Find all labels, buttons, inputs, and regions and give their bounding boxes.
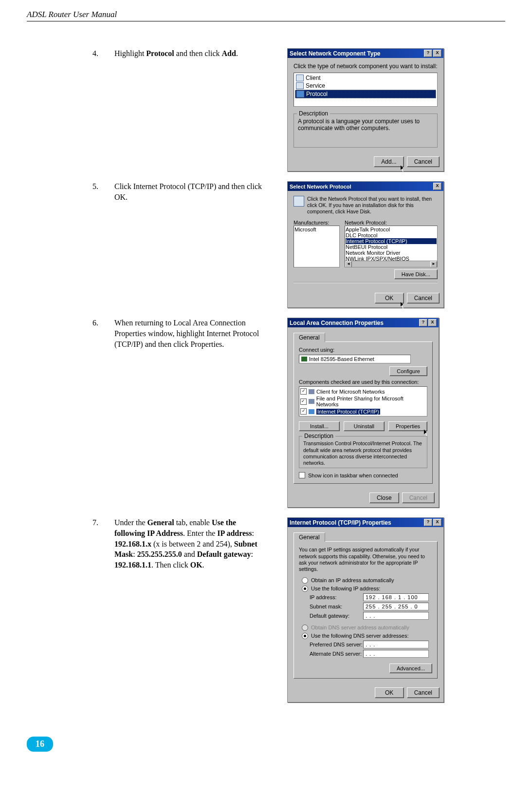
connect-using-label: Connect using: bbox=[299, 347, 427, 353]
close-icon[interactable]: X bbox=[433, 50, 441, 57]
dlg1-prompt: Click the type of network component you … bbox=[294, 63, 438, 70]
t: (x is between 2 and 254), bbox=[151, 540, 234, 548]
default-gateway-input[interactable]: . . . bbox=[363, 612, 429, 620]
checkbox-icon[interactable]: ✓ bbox=[300, 408, 307, 415]
radio-icon[interactable] bbox=[302, 633, 308, 639]
dlg2-titlebar[interactable]: Select Network Protocol X bbox=[288, 182, 443, 191]
client-icon bbox=[296, 75, 304, 81]
checkbox-icon[interactable]: ✓ bbox=[300, 398, 307, 405]
comp-fileprint[interactable]: ✓File and Printer Sharing for Microsoft … bbox=[300, 395, 426, 408]
close-icon[interactable]: X bbox=[433, 183, 441, 190]
comp-fileprint-label: File and Printer Sharing for Microsoft N… bbox=[316, 396, 426, 407]
scroll-right-icon[interactable]: ► bbox=[430, 261, 437, 267]
close-icon[interactable]: X bbox=[428, 319, 437, 326]
components-list[interactable]: ✓Client for Microsoft Networks ✓File and… bbox=[299, 386, 427, 417]
component-item-service[interactable]: Service bbox=[295, 82, 436, 90]
scroll-left-icon[interactable]: ◄ bbox=[345, 261, 352, 267]
subnet-mask-input[interactable]: 255 . 255 . 255 . 0 bbox=[363, 603, 429, 610]
b-ipaddress-label: IP address bbox=[217, 529, 252, 537]
dlg1-titlebar[interactable]: Select Network Component Type ? X bbox=[288, 49, 443, 58]
component-item-protocol[interactable]: Protocol bbox=[295, 90, 436, 98]
radio-use-ip[interactable]: Use the following IP address: bbox=[302, 586, 432, 592]
scrollbar-horizontal[interactable]: ◄► bbox=[345, 261, 437, 267]
cancel-button[interactable]: Cancel bbox=[407, 156, 440, 167]
network-protocol-list[interactable]: AppleTalk Protocol DLC Protocol Internet… bbox=[345, 226, 438, 267]
b-ok: OK bbox=[190, 561, 202, 569]
manufacturers-label: Manufacturers: bbox=[294, 220, 340, 226]
help-icon[interactable]: ? bbox=[419, 319, 427, 326]
configure-button[interactable]: Configure bbox=[389, 366, 427, 376]
properties-button[interactable]: Properties bbox=[388, 421, 427, 431]
np-tcpip[interactable]: Internet Protocol (TCP/IP) bbox=[346, 238, 437, 244]
radio-obtain-dns-label: Obtain DNS server address automatically bbox=[311, 625, 409, 630]
description-group-label: Description bbox=[302, 433, 335, 439]
advanced-button[interactable]: Advanced... bbox=[389, 663, 432, 673]
np-netbeui[interactable]: NetBEUI Protocol bbox=[346, 244, 437, 250]
install-button[interactable]: Install... bbox=[299, 421, 340, 431]
preferred-dns-input[interactable]: . . . bbox=[363, 641, 429, 648]
dlg4-titlebar[interactable]: Internet Protocol (TCP/IP) Properties ? … bbox=[288, 518, 443, 527]
component-icon bbox=[309, 409, 314, 414]
have-disk-button[interactable]: Have Disk... bbox=[394, 269, 438, 279]
tab-general[interactable]: General bbox=[294, 333, 325, 342]
manufacturer-item[interactable]: Microsoft bbox=[294, 227, 339, 232]
radio-icon[interactable] bbox=[302, 586, 308, 592]
comp-tcpip[interactable]: ✓Internet Protocol (TCP/IP) bbox=[300, 408, 426, 415]
nic-textbox: Intel 82595-Based Ethernet bbox=[299, 355, 411, 363]
np-dlc[interactable]: DLC Protocol bbox=[346, 232, 437, 238]
help-icon[interactable]: ? bbox=[424, 50, 432, 57]
help-icon[interactable]: ? bbox=[424, 519, 432, 526]
t: : bbox=[252, 529, 254, 537]
step-4-number: 4. bbox=[92, 48, 114, 59]
tab-general[interactable]: General bbox=[294, 532, 325, 542]
radio-obtain-ip-label: Obtain an IP address automatically bbox=[311, 577, 394, 583]
page-number: 16 bbox=[27, 737, 53, 752]
comp-client-label: Client for Microsoft Networks bbox=[316, 389, 385, 395]
t: . bbox=[202, 561, 204, 569]
dlg3-title: Local Area Connection Properties bbox=[290, 320, 384, 326]
step-4-post: . bbox=[236, 49, 238, 57]
radio-use-ip-label: Use the following IP address: bbox=[311, 586, 380, 591]
component-icon bbox=[309, 399, 314, 404]
default-gateway-label: Default gateway: bbox=[310, 613, 363, 619]
component-listbox[interactable]: Client Service Protocol bbox=[294, 73, 438, 107]
t: : bbox=[251, 550, 253, 558]
dlg3-titlebar[interactable]: Local Area Connection Properties ? X bbox=[288, 318, 439, 327]
uninstall-button[interactable]: Uninstall bbox=[344, 421, 385, 431]
cancel-button: Cancel bbox=[402, 493, 435, 503]
checkbox-icon[interactable]: ✓ bbox=[300, 388, 307, 395]
dlg2-prompt: Click the Network Protocol that you want… bbox=[307, 196, 438, 215]
add-button[interactable]: Add... bbox=[374, 156, 404, 167]
dlg2-title: Select Network Protocol bbox=[290, 184, 351, 190]
network-protocol-label: Network Protocol: bbox=[345, 220, 438, 226]
ok-button[interactable]: OK bbox=[375, 687, 404, 698]
alternate-dns-input[interactable]: . . . bbox=[363, 650, 429, 658]
cancel-button[interactable]: Cancel bbox=[407, 687, 440, 698]
radio-icon[interactable] bbox=[302, 577, 308, 584]
ok-button[interactable]: OK bbox=[375, 293, 404, 303]
component-item-client[interactable]: Client bbox=[295, 74, 436, 82]
step-7-text: Under the General tab, enable Use the fo… bbox=[114, 517, 263, 570]
manufacturers-list[interactable]: Microsoft bbox=[294, 226, 340, 267]
np-appletalk[interactable]: AppleTalk Protocol bbox=[346, 227, 437, 232]
step-5-text: Click Internet Protocol (TCP/IP) and the… bbox=[114, 181, 263, 202]
dialog-select-network-protocol: Select Network Protocol X Click the Netw… bbox=[287, 181, 444, 308]
np-monitor[interactable]: Network Monitor Driver bbox=[346, 250, 437, 256]
dialog-tcpip-properties: Internet Protocol (TCP/IP) Properties ? … bbox=[287, 517, 444, 702]
ip-address-input[interactable]: 192 . 168 . 1 . 100 bbox=[363, 593, 429, 601]
close-icon[interactable]: X bbox=[433, 519, 441, 526]
description-group-label: Description bbox=[297, 110, 330, 117]
service-icon bbox=[296, 82, 304, 89]
nic-name: Intel 82595-Based Ethernet bbox=[309, 356, 374, 362]
dlg4-title: Internet Protocol (TCP/IP) Properties bbox=[290, 519, 391, 526]
description-text: Transmission Control Protocol/Internet P… bbox=[303, 440, 423, 466]
radio-use-dns[interactable]: Use the following DNS server addresses: bbox=[302, 633, 432, 639]
cancel-button[interactable]: Cancel bbox=[407, 293, 440, 303]
radio-obtain-dns: Obtain DNS server address automatically bbox=[302, 625, 432, 631]
comp-client[interactable]: ✓Client for Microsoft Networks bbox=[300, 388, 426, 395]
t: . Then click bbox=[151, 561, 190, 569]
b-gateway-value: 192.168.1.1 bbox=[114, 561, 151, 569]
checkbox-show-tray[interactable] bbox=[299, 472, 305, 478]
radio-obtain-ip[interactable]: Obtain an IP address automatically bbox=[302, 577, 432, 584]
close-button[interactable]: Close bbox=[369, 493, 399, 503]
